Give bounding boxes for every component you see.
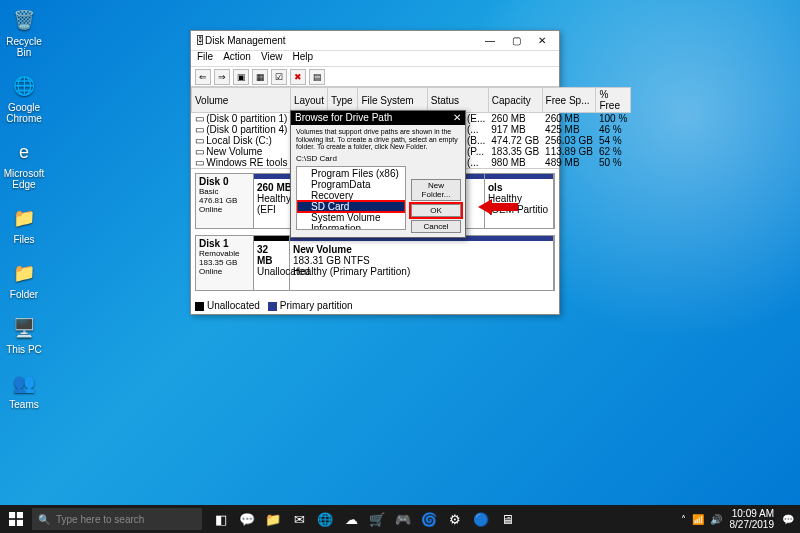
tray-icon[interactable]: 🔊 (710, 514, 722, 525)
column-headers: VolumeLayoutTypeFile SystemStatusCapacit… (192, 88, 631, 113)
taskbar-app-icon[interactable]: 🛒 (364, 505, 390, 533)
tree-item[interactable]: SD Card (297, 201, 405, 212)
toolbar-button[interactable]: ⇐ (195, 69, 211, 85)
svg-rect-1 (17, 512, 23, 518)
svg-rect-0 (9, 512, 15, 518)
tray-icon[interactable]: ˄ (681, 514, 686, 525)
desktop-icon[interactable]: 🌐Google Chrome (6, 72, 42, 124)
maximize-button[interactable]: ▢ (503, 32, 529, 50)
search-input[interactable]: 🔍 Type here to search (32, 508, 202, 530)
browse-dialog: Browse for Drive Path ✕ Volumes that sup… (290, 110, 466, 238)
legend: Unallocated Primary partition (195, 300, 353, 311)
desktop-icon[interactable]: 🗑️Recycle Bin (6, 6, 42, 58)
disk-row[interactable]: Disk 1Removable183.35 GBOnline32 MBUnall… (195, 235, 555, 291)
toolbar-button[interactable]: ▣ (233, 69, 249, 85)
tree-item[interactable]: Recovery (297, 190, 405, 201)
dialog-hint: Volumes that support drive paths are sho… (296, 128, 460, 151)
taskbar-app-icon[interactable]: 🔵 (468, 505, 494, 533)
menu-item[interactable]: File (197, 51, 213, 66)
cancel-button[interactable]: Cancel (411, 220, 461, 233)
tree-item[interactable]: ProgramData (297, 179, 405, 190)
menu-item[interactable]: Help (292, 51, 313, 66)
desktop-icon[interactable]: 📁Files (6, 204, 42, 245)
partition[interactable]: New Volume183.31 GB NTFSHealthy (Primary… (290, 236, 554, 290)
menu-item[interactable]: Action (223, 51, 251, 66)
taskbar-apps: ◧💬📁✉🌐☁🛒🎮🌀⚙🔵🖥 (208, 505, 520, 533)
taskbar-app-icon[interactable]: ⚙ (442, 505, 468, 533)
desktop-icon[interactable]: eMicrosoft Edge (6, 138, 42, 190)
taskbar-app-icon[interactable]: ◧ (208, 505, 234, 533)
titlebar[interactable]: 🗄 Disk Management — ▢ ✕ (191, 31, 559, 51)
toolbar: ⇐⇒▣▦☑✖▤ (191, 67, 559, 87)
annotation-arrow (478, 199, 518, 215)
search-icon: 🔍 (38, 514, 50, 525)
taskbar-app-icon[interactable]: 💬 (234, 505, 260, 533)
window-title: Disk Management (205, 35, 477, 46)
dialog-titlebar[interactable]: Browse for Drive Path ✕ (291, 111, 465, 125)
taskbar-app-icon[interactable]: 🌐 (312, 505, 338, 533)
menubar: FileActionViewHelp (191, 51, 559, 67)
ok-button[interactable]: OK (411, 204, 461, 217)
toolbar-button[interactable]: ⇒ (214, 69, 230, 85)
app-icon: 🗄 (195, 35, 205, 46)
toolbar-button[interactable]: ▤ (309, 69, 325, 85)
toolbar-button[interactable]: ☑ (271, 69, 287, 85)
toolbar-button[interactable]: ▦ (252, 69, 268, 85)
dialog-close-button[interactable]: ✕ (453, 112, 461, 124)
system-tray: ˄📶🔊 10:09 AM8/27/2019 💬 (675, 508, 801, 530)
svg-rect-3 (17, 520, 23, 526)
new-folder-button[interactable]: New Folder... (411, 179, 461, 201)
desktop-icon[interactable]: 📁Folder (6, 259, 42, 300)
minimize-button[interactable]: — (477, 32, 503, 50)
tray-icon[interactable]: 📶 (692, 514, 704, 525)
taskbar-app-icon[interactable]: ✉ (286, 505, 312, 533)
close-button[interactable]: ✕ (529, 32, 555, 50)
taskbar: 🔍 Type here to search ◧💬📁✉🌐☁🛒🎮🌀⚙🔵🖥 ˄📶🔊 1… (0, 505, 800, 533)
notifications-icon[interactable]: 💬 (782, 514, 794, 525)
svg-rect-2 (9, 520, 15, 526)
tree-item[interactable]: Program Files (x86) (297, 168, 405, 179)
taskbar-app-icon[interactable]: 🌀 (416, 505, 442, 533)
toolbar-button[interactable]: ✖ (290, 69, 306, 85)
partition[interactable]: 32 MBUnallocated (254, 236, 290, 290)
taskbar-app-icon[interactable]: 🖥 (494, 505, 520, 533)
menu-item[interactable]: View (261, 51, 283, 66)
taskbar-app-icon[interactable]: ☁ (338, 505, 364, 533)
folder-tree[interactable]: Program Files (x86)ProgramDataRecoverySD… (296, 166, 406, 230)
taskbar-app-icon[interactable]: 🎮 (390, 505, 416, 533)
tray-icons: ˄📶🔊 (681, 514, 722, 525)
start-button[interactable] (0, 505, 32, 533)
tree-item[interactable]: System Volume Information (297, 212, 405, 230)
desktop-icon[interactable]: 🖥️This PC (6, 314, 42, 355)
dialog-title: Browse for Drive Path (295, 112, 392, 124)
taskbar-app-icon[interactable]: 📁 (260, 505, 286, 533)
clock[interactable]: 10:09 AM8/27/2019 (730, 508, 775, 530)
desktop-icons: 🗑️Recycle Bin🌐Google ChromeeMicrosoft Ed… (6, 6, 42, 410)
desktop-icon[interactable]: 👥Teams (6, 369, 42, 410)
